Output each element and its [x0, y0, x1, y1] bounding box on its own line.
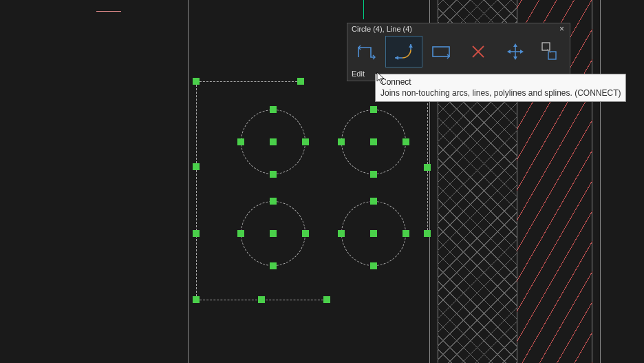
grip[interactable] [193, 230, 200, 237]
selected-line[interactable] [196, 81, 197, 167]
guide-line [188, 0, 189, 363]
grip[interactable] [402, 138, 409, 145]
open-polyline-icon [356, 43, 378, 60]
grip[interactable] [370, 171, 377, 178]
svg-rect-4 [433, 47, 449, 56]
grip[interactable] [323, 296, 330, 303]
explode-icon [539, 41, 559, 62]
svg-marker-11 [507, 50, 511, 54]
grip[interactable] [237, 230, 244, 237]
svg-marker-9 [513, 43, 517, 47]
grip[interactable] [270, 138, 277, 145]
grip[interactable] [370, 230, 377, 237]
grip[interactable] [270, 106, 277, 113]
popup-close-button[interactable]: × [558, 25, 566, 33]
open-polyline-button[interactable] [348, 36, 385, 68]
move-button[interactable] [497, 36, 534, 68]
closed-polyline-icon [430, 44, 452, 59]
svg-marker-2 [409, 44, 413, 48]
grip[interactable] [338, 230, 345, 237]
copy-selection-button[interactable] [534, 36, 564, 68]
connect-arc-icon [393, 43, 415, 61]
grip[interactable] [193, 78, 200, 85]
axis-tick [363, 0, 364, 19]
grip[interactable] [270, 198, 277, 205]
detail-line [96, 11, 121, 12]
connect-button[interactable] [385, 36, 422, 68]
tooltip: Connect Joins non-touching arcs, lines, … [375, 74, 626, 102]
svg-rect-13 [542, 43, 550, 50]
grip[interactable] [193, 296, 200, 303]
grip[interactable] [370, 106, 377, 113]
svg-marker-10 [513, 56, 517, 60]
delete-button[interactable] [460, 36, 497, 68]
svg-rect-14 [548, 52, 556, 59]
tooltip-description: Joins non-touching arcs, lines, polyline… [380, 87, 621, 98]
popup-title-text: Circle (4), Line (4) [352, 25, 412, 33]
grip[interactable] [402, 230, 409, 237]
grip[interactable] [302, 230, 309, 237]
grip[interactable] [424, 164, 431, 171]
delete-icon [470, 43, 486, 60]
popup-toolbar [347, 35, 570, 68]
quick-edit-popup: Circle (4), Line (4) × [347, 23, 570, 81]
grip[interactable] [270, 171, 277, 178]
grip[interactable] [370, 262, 377, 269]
grip[interactable] [270, 262, 277, 269]
svg-marker-3 [395, 56, 398, 60]
guide-line [600, 0, 601, 363]
grip[interactable] [297, 78, 304, 85]
tooltip-title: Connect [380, 76, 621, 87]
closed-polyline-button[interactable] [422, 36, 460, 68]
grip[interactable] [302, 138, 309, 145]
grip[interactable] [270, 230, 277, 237]
grip[interactable] [193, 163, 200, 170]
svg-marker-12 [520, 50, 524, 54]
grip[interactable] [370, 138, 377, 145]
move-icon [506, 43, 524, 61]
selected-line[interactable] [427, 167, 428, 234]
grip[interactable] [258, 296, 265, 303]
selected-line[interactable] [196, 81, 301, 82]
popup-titlebar[interactable]: Circle (4), Line (4) × [347, 23, 570, 35]
grip[interactable] [424, 230, 431, 237]
grip[interactable] [237, 138, 244, 145]
grip[interactable] [338, 138, 345, 145]
grip[interactable] [370, 198, 377, 205]
